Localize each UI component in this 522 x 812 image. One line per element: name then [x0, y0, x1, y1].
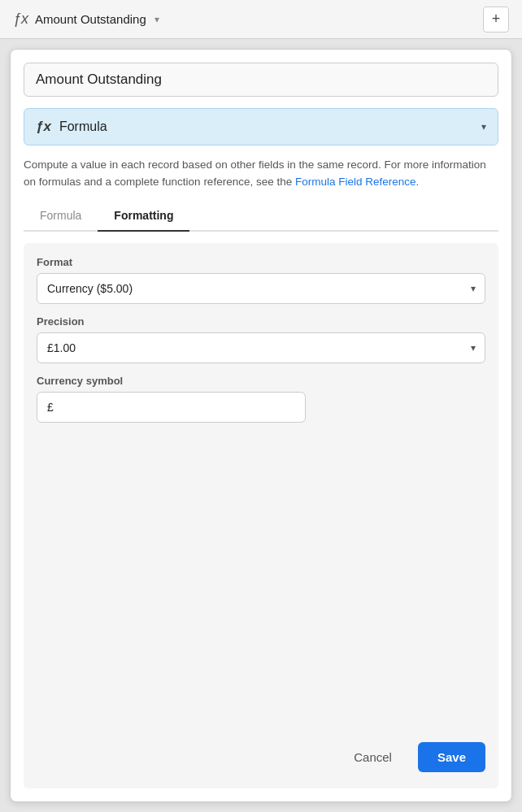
spacer — [37, 434, 485, 724]
cancel-button[interactable]: Cancel — [337, 742, 408, 772]
formula-reference-link[interactable]: Formula Field Reference — [295, 176, 416, 188]
format-select-wrapper: Currency ($5.00) Number Percent Duration… — [37, 273, 485, 304]
formatting-section: Format Currency ($5.00) Number Percent D… — [24, 243, 498, 788]
fx-icon: ƒx — [13, 11, 28, 28]
add-tab-button[interactable]: + — [483, 7, 509, 33]
footer-buttons: Cancel Save — [37, 736, 485, 775]
title-dropdown-arrow-icon[interactable]: ▾ — [154, 14, 159, 25]
save-button[interactable]: Save — [418, 742, 485, 772]
precision-field-group: Precision £1.00 £1.0 £1.000 ▾ — [37, 315, 485, 363]
field-type-label: Formula — [59, 119, 473, 134]
precision-select-wrapper: £1.00 £1.0 £1.000 ▾ — [37, 332, 485, 363]
format-field-group: Format Currency ($5.00) Number Percent D… — [37, 256, 485, 304]
field-description: Compute a value in each record based on … — [24, 157, 498, 191]
field-name-input[interactable] — [24, 63, 498, 97]
format-label: Format — [37, 256, 485, 268]
precision-label: Precision — [37, 315, 485, 328]
precision-select[interactable]: £1.00 £1.0 £1.000 — [37, 332, 485, 363]
tabs-row: Formula Formatting — [24, 202, 498, 232]
title-bar: ƒx Amount Outstanding ▾ + — [0, 0, 522, 39]
field-editor-panel: ƒx Formula ▾ Compute a value in each rec… — [10, 49, 512, 802]
currency-symbol-input[interactable] — [37, 392, 306, 423]
title-bar-right: + — [483, 7, 509, 33]
field-title: Amount Outstanding — [35, 12, 146, 26]
tab-formatting[interactable]: Formatting — [98, 202, 189, 232]
currency-symbol-field-group: Currency symbol — [37, 375, 485, 423]
field-type-chevron-icon: ▾ — [481, 121, 486, 132]
title-bar-left: ƒx Amount Outstanding ▾ — [13, 11, 483, 28]
currency-symbol-label: Currency symbol — [37, 375, 485, 387]
formula-type-fx-icon: ƒx — [36, 119, 51, 135]
tab-formula[interactable]: Formula — [24, 202, 98, 232]
field-type-dropdown[interactable]: ƒx Formula ▾ — [24, 108, 498, 145]
format-select[interactable]: Currency ($5.00) Number Percent Duration — [37, 273, 485, 304]
